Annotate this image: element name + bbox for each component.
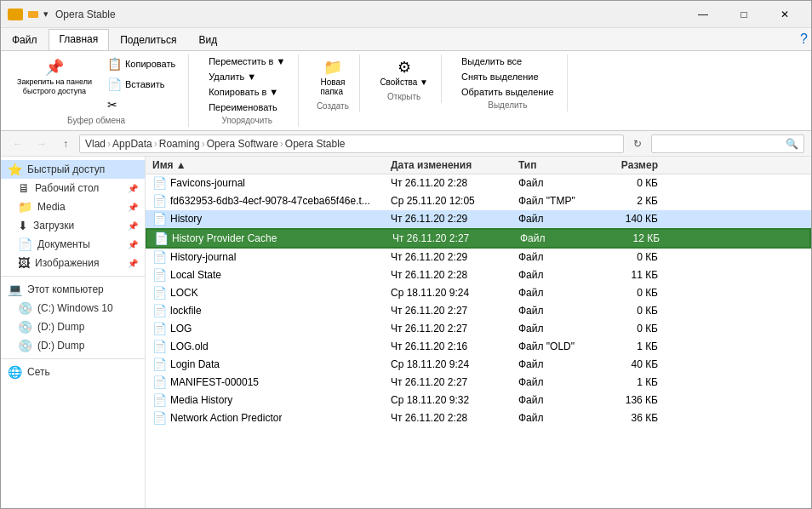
table-row[interactable]: 📄 History Provider Cache Чт 26.11.20 2:2… [146,228,811,249]
invert-select-button[interactable]: Обратить выделение [455,85,560,99]
paste-label: Вставить [125,79,165,89]
table-row[interactable]: 📄 LOCK Ср 18.11.20 9:24 Файл 0 КБ [146,284,811,302]
open-label: Открыть [387,92,420,101]
sidebar-item-d-drive1[interactable]: 💿 (D:) Dump [1,317,145,336]
sidebar-item-d-drive2[interactable]: 💿 (D:) Dump [1,336,145,355]
col-type-header[interactable]: Тип [512,159,597,171]
file-name: History Provider Cache [172,232,277,244]
search-box[interactable]: 🔍 [651,134,804,153]
file-type: Файл [512,305,597,317]
file-size: 0 КБ [597,287,665,299]
help-icon[interactable]: ? [797,28,811,50]
rename-button[interactable]: Переименовать [203,100,291,114]
paste-button[interactable]: 📄 Вставить [101,75,181,94]
table-row[interactable]: 📄 Network Action Predictor Чт 26.11.20 2… [146,409,811,427]
table-row[interactable]: 📄 LOG.old Чт 26.11.20 2:16 Файл "OLD" 1 … [146,338,811,356]
file-name: Network Action Predictor [170,412,282,424]
table-row[interactable]: 📄 Login Data Ср 18.11.20 9:24 Файл 40 КБ [146,356,811,374]
file-name: History [170,213,202,225]
refresh-button[interactable]: ↻ [627,134,648,154]
search-input[interactable] [657,138,782,150]
sidebar-label: (D:) Dump [37,340,138,352]
file-size: 1 КБ [597,376,665,388]
maximize-button[interactable]: □ [724,1,763,28]
file-icon: 📄 [152,212,167,226]
tab-home[interactable]: Главная [49,29,110,50]
file-date: Чт 26.11.20 2:28 [384,412,512,424]
ribbon: Файл Главная Поделиться Вид ? 📌 Закрепит… [1,28,811,131]
file-size: 136 КБ [597,394,665,406]
properties-icon: ⚙ [397,58,411,77]
col-date-header[interactable]: Дата изменения [384,159,512,171]
col-size-header[interactable]: Размер [597,159,665,171]
sidebar-item-quick-access[interactable]: ⭐ Быстрый доступ [1,160,145,179]
sidebar-item-this-pc[interactable]: 💻 Этот компьютер [1,280,145,299]
minimize-button[interactable]: — [683,1,723,28]
table-row[interactable]: 📄 Media History Ср 18.11.20 9:32 Файл 13… [146,392,811,409]
copy-to-button[interactable]: Копировать в ▼ [203,85,291,99]
copy-button[interactable]: 📋 Копировать [101,54,181,73]
file-type: Файл "TMP" [512,195,597,207]
table-row[interactable]: 📄 History Чт 26.11.20 2:29 Файл 140 КБ [146,210,811,228]
pictures-icon: 🖼 [18,256,30,270]
sidebar-item-c-drive[interactable]: 💿 (C:) Windows 10 [1,299,145,317]
sidebar-item-downloads[interactable]: ⬇ Загрузки 📌 [1,216,145,235]
file-date: Ср 18.11.20 9:24 [384,287,512,299]
select-label: Выделить [488,100,527,110]
table-row[interactable]: 📄 fd632953-6db3-4ecf-9078-47ceba65f46e.t… [146,192,811,210]
file-type: Файл "OLD" [512,340,597,352]
pin-indicator: 📌 [128,203,138,212]
organize-group: Переместить в ▼ Удалить ▼ Копировать в ▼… [199,54,299,127]
organize-label: Упорядочить [222,116,273,125]
drive-icon: 💿 [18,301,32,315]
tab-file[interactable]: Файл [1,30,49,50]
col-name-header[interactable]: Имя ▲ [146,159,384,171]
file-size: 0 КБ [597,305,665,317]
sidebar-item-network[interactable]: 🌐 Сеть [1,363,145,381]
sidebar-label: Рабочий стол [35,182,123,194]
table-row[interactable]: 📄 Local State Чт 26.11.20 2:28 Файл 11 К… [146,266,811,284]
file-icon: 📄 [152,268,167,282]
table-row[interactable]: 📄 Favicons-journal Чт 26.11.20 2:28 Файл… [146,174,811,192]
sidebar-item-pictures[interactable]: 🖼 Изображения 📌 [1,254,145,272]
back-button[interactable]: ← [8,134,28,154]
pin-button[interactable]: 📌 Закрепить на панелибыстрого доступа [11,54,98,114]
table-row[interactable]: 📄 MANIFEST-000015 Чт 26.11.20 2:27 Файл … [146,374,811,392]
file-date: Ср 25.11.20 12:05 [384,195,512,207]
breadcrumb[interactable]: Vlad › AppData › Roaming › Opera Softwar… [79,134,624,153]
new-folder-button[interactable]: 📁 Новаяпапка [314,54,351,100]
file-type: Файл [512,394,597,406]
deselect-button[interactable]: Снять выделение [455,70,560,83]
paste-icon: 📄 [107,77,122,91]
table-row[interactable]: 📄 History-journal Чт 26.11.20 2:29 Файл … [146,249,811,266]
table-row[interactable]: 📄 LOG Чт 26.11.20 2:27 Файл 0 КБ [146,320,811,338]
network-icon: 🌐 [8,365,22,379]
file-icon: 📄 [152,176,167,190]
up-button[interactable]: ↑ [55,134,76,154]
file-type: Файл [513,232,598,244]
close-button[interactable]: ✕ [765,1,804,28]
breadcrumb-item: Opera Software [207,138,278,150]
file-icon: 📄 [152,357,167,371]
delete-button[interactable]: Удалить ▼ [203,70,291,83]
file-size: 11 КБ [597,269,665,281]
select-all-button[interactable]: Выделить все [455,54,560,68]
sidebar-divider2 [1,358,145,359]
file-icon: 📄 [152,375,167,389]
table-row[interactable]: 📄 lockfile Чт 26.11.20 2:27 Файл 0 КБ [146,302,811,320]
new-group: 📁 Новаяпапка Создать [309,54,360,112]
forward-button[interactable]: → [31,134,52,154]
move-to-button[interactable]: Переместить в ▼ [203,54,291,68]
sidebar-item-desktop[interactable]: 🖥 Рабочий стол 📌 [1,179,145,197]
file-icon: 📄 [154,232,169,245]
file-date: Чт 26.11.20 2:16 [384,340,512,352]
tab-view[interactable]: Вид [187,30,228,50]
cut-button[interactable]: ✂ [101,95,181,114]
window-controls: — □ ✕ [683,1,804,28]
open-group: ⚙ Свойства ▼ Открыть [370,54,442,103]
sidebar-item-documents[interactable]: 📄 Документы 📌 [1,235,145,254]
properties-button[interactable]: ⚙ Свойства ▼ [374,54,434,90]
tab-share[interactable]: Поделиться [109,30,187,50]
sidebar-item-media[interactable]: 📁 Media 📌 [1,197,145,216]
file-size: 0 КБ [597,251,665,263]
